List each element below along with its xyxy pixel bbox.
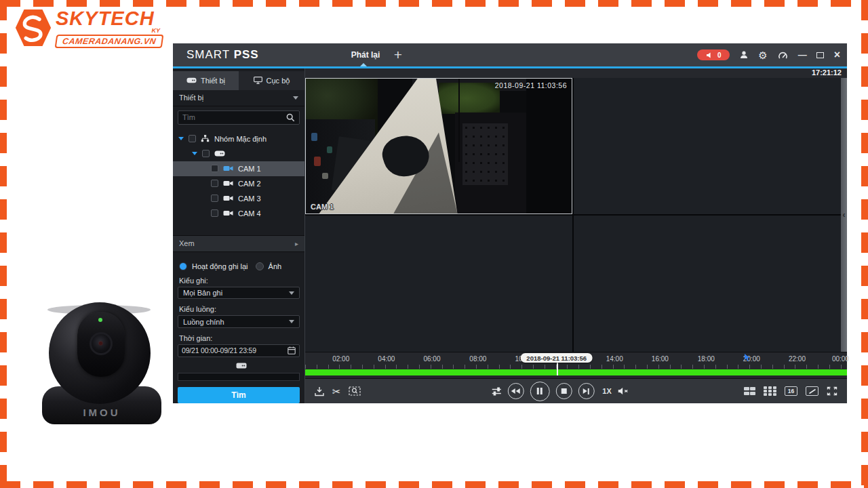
split-16-button[interactable]: 16 bbox=[785, 386, 797, 396]
timeline-position-bubble: 2018-09-21 11:03:56 bbox=[520, 353, 593, 363]
chevron-down-icon bbox=[289, 320, 294, 323]
cam3-checkbox[interactable] bbox=[211, 195, 218, 202]
record-type-value: Mọi Bản ghi bbox=[183, 289, 222, 297]
search-type-radios: Hoạt động ghi lại Ảnh bbox=[179, 262, 298, 270]
clock: 17:21:12 bbox=[305, 68, 847, 78]
video-cell-3[interactable] bbox=[305, 216, 572, 352]
record-radio-label: Hoạt động ghi lại bbox=[192, 262, 248, 270]
device-progress-bar[interactable] bbox=[178, 373, 300, 381]
fullscreen-icon[interactable] bbox=[827, 386, 837, 396]
stream-type-label: Kiểu luồng: bbox=[179, 305, 298, 313]
sync-sliders-icon[interactable] bbox=[491, 387, 501, 396]
nvr-device-icon bbox=[214, 150, 225, 157]
tab-device[interactable]: Thiết bị bbox=[173, 71, 239, 90]
group-org-icon bbox=[201, 135, 210, 142]
rewind-button[interactable] bbox=[507, 383, 524, 399]
expand-arrow-icon[interactable] bbox=[178, 137, 184, 140]
camera-icon bbox=[223, 210, 233, 216]
tree-group-row[interactable]: Nhóm Mặc định bbox=[173, 131, 304, 146]
playback-timeline[interactable]: 02:00 04:00 06:00 08:00 10:00 12:00 14:0… bbox=[305, 352, 847, 378]
alarm-count: 0 bbox=[717, 52, 722, 59]
frame-dash-right bbox=[861, 0, 868, 488]
calendar-icon[interactable] bbox=[288, 346, 296, 354]
performance-gauge-icon[interactable] bbox=[778, 51, 788, 59]
playback-content: 17:21:12 bbox=[305, 68, 847, 403]
frame-dash-left bbox=[0, 0, 7, 488]
smartpss-window: SMART PSS Phát lại + 0 ⚙ bbox=[173, 43, 847, 403]
custom-split-button[interactable] bbox=[806, 386, 818, 396]
search-records-button[interactable]: Tìm bbox=[178, 387, 300, 403]
download-icon[interactable] bbox=[314, 386, 325, 396]
hdd-icon bbox=[186, 77, 197, 83]
cam1-checkbox[interactable] bbox=[211, 165, 218, 172]
timeline-tick: 22:00 bbox=[789, 355, 806, 363]
device-tree: Nhóm Mặc định CAM 1 bbox=[173, 131, 304, 221]
brand-site: CAMERADANANG.VN bbox=[55, 35, 164, 48]
cam2-label: CAM 2 bbox=[238, 180, 261, 188]
cam4-checkbox[interactable] bbox=[211, 209, 218, 217]
timeline-tick: 02:00 bbox=[332, 355, 349, 363]
tree-cam1-row[interactable]: CAM 1 bbox=[173, 161, 304, 176]
tree-cam2-row[interactable]: CAM 2 bbox=[173, 176, 304, 191]
maximize-button[interactable] bbox=[816, 52, 824, 58]
device-checkbox[interactable] bbox=[202, 150, 210, 157]
time-range-value: 09/21 00:00-09/21 23:59 bbox=[182, 346, 256, 354]
user-icon[interactable] bbox=[740, 51, 748, 59]
new-tab-button[interactable]: + bbox=[390, 45, 406, 65]
tab-local[interactable]: Cục bộ bbox=[239, 71, 304, 90]
clip-scissors-icon[interactable]: ✂ bbox=[332, 386, 341, 396]
accent-line bbox=[173, 66, 847, 68]
minimize-button[interactable]: — bbox=[798, 52, 806, 58]
panel-collapse-handle[interactable]: ‹ bbox=[841, 78, 847, 352]
cam3-label: CAM 3 bbox=[238, 195, 261, 203]
split-9-button[interactable] bbox=[764, 386, 776, 396]
video-cell-1[interactable]: 2018-09-21 11:03:56 CAM 1 bbox=[305, 78, 572, 214]
video-cell-2[interactable] bbox=[574, 78, 841, 214]
camera-icon bbox=[223, 165, 233, 171]
video-cell-4[interactable] bbox=[574, 216, 841, 352]
split-4-button[interactable] bbox=[744, 387, 756, 396]
tree-cam3-row[interactable]: CAM 3 bbox=[173, 191, 304, 206]
cam1-label: CAM 1 bbox=[238, 165, 261, 173]
digital-zoom-icon[interactable] bbox=[349, 386, 361, 396]
record-radio[interactable] bbox=[179, 262, 187, 270]
search-input[interactable] bbox=[182, 113, 286, 121]
speed-indicator[interactable]: 1X bbox=[602, 387, 611, 395]
brand-sub: KY bbox=[56, 27, 160, 34]
active-tab-pointer bbox=[360, 63, 367, 66]
group-checkbox[interactable] bbox=[189, 135, 196, 142]
close-button[interactable]: × bbox=[834, 50, 840, 60]
timeline-tick: 08:00 bbox=[469, 355, 486, 363]
next-frame-button[interactable] bbox=[578, 383, 594, 399]
tab-local-label: Cục bộ bbox=[267, 77, 290, 85]
cam2-checkbox[interactable] bbox=[211, 180, 218, 187]
alarm-button[interactable]: 0 bbox=[697, 49, 730, 60]
monitor-icon bbox=[254, 77, 262, 84]
device-group-select[interactable]: Thiết bị bbox=[173, 90, 304, 106]
time-label: Thời gian: bbox=[179, 334, 298, 342]
mute-speaker-icon[interactable] bbox=[618, 387, 629, 395]
frame-dash-top bbox=[0, 0, 868, 7]
camera-icon bbox=[223, 195, 233, 201]
search-icon[interactable] bbox=[286, 113, 295, 122]
camera-brand-label: IMOU bbox=[39, 407, 164, 418]
stream-type-select[interactable]: Luồng chính bbox=[178, 315, 300, 328]
tree-cam4-row[interactable]: CAM 4 bbox=[173, 206, 304, 221]
record-type-select[interactable]: Mọi Bản ghi bbox=[178, 287, 300, 300]
brand-name: SKYTECH bbox=[56, 8, 163, 28]
timeline-tick: 16:00 bbox=[652, 355, 669, 363]
pause-button[interactable] bbox=[530, 382, 549, 401]
expand-arrow-icon[interactable] bbox=[192, 152, 197, 155]
tree-device-row[interactable] bbox=[173, 146, 304, 161]
settings-gear-icon[interactable]: ⚙ bbox=[758, 50, 767, 60]
time-range-field[interactable]: 09/21 00:00-09/21 23:59 bbox=[178, 344, 300, 357]
timeline-tick: 14:00 bbox=[606, 355, 623, 363]
picture-radio[interactable] bbox=[256, 262, 264, 270]
chevron-left-icon: ‹ bbox=[843, 210, 846, 220]
video-osd-timestamp: 2018-09-21 11:03:56 bbox=[495, 81, 567, 89]
view-section-header[interactable]: Xem ▸ bbox=[173, 235, 304, 252]
titlebar-controls: 0 ⚙ — × bbox=[697, 43, 840, 66]
playback-toolbar: ✂ 1X bbox=[305, 378, 847, 403]
brand-logo: SKYTECH KY CAMERADANANG.VN bbox=[15, 8, 163, 48]
stop-button[interactable] bbox=[555, 383, 572, 399]
